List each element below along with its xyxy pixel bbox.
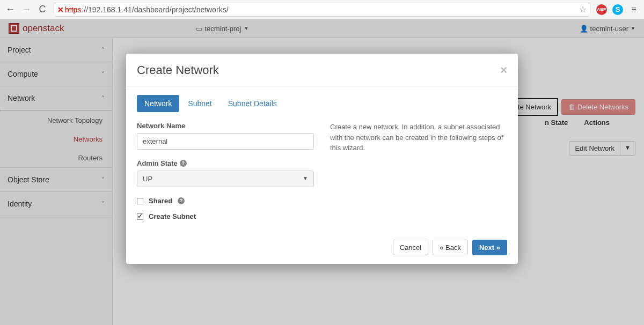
url-bar[interactable]: ✕ https ://192.168.1.41/dashboard/projec… [54,3,590,17]
url-path: ://192.168.1.41/dashboard/project/networ… [82,5,228,14]
create-subnet-checkbox-row[interactable]: Create Subnet [137,212,314,220]
help-icon[interactable]: ? [180,160,187,167]
insecure-icon: ✕ [57,5,64,14]
admin-state-label-text: Admin State [137,159,178,167]
admin-state-value: UP [143,175,152,183]
create-subnet-checkbox[interactable] [137,213,143,220]
cancel-button[interactable]: Cancel [393,240,428,255]
next-button[interactable]: Next » [472,240,507,255]
modal-title: Create Network [137,63,219,77]
admin-state-select[interactable]: UP [137,171,314,187]
network-name-label: Network Name [137,122,314,130]
form-left: Network Name Admin State ? UP Shared ? [137,122,314,228]
modal-body: Network Subnet Subnet Details Network Na… [126,86,518,233]
back-button[interactable]: ← [3,3,17,17]
close-icon[interactable]: × [500,63,507,77]
app-root: openstack tecmint-proj ▼ 👤 tecmint-user … [0,19,644,325]
adblock-icon[interactable]: ABP [596,4,607,15]
tab-subnet[interactable]: Subnet [180,95,219,112]
tab-network[interactable]: Network [137,95,179,112]
shared-checkbox[interactable] [137,198,143,204]
modal-footer: Cancel « Back Next » [126,233,518,264]
modal-tabs: Network Subnet Subnet Details [137,95,507,112]
create-subnet-label: Create Subnet [149,212,196,220]
skype-icon[interactable]: S [612,4,623,15]
network-name-input[interactable] [137,133,314,150]
create-network-modal: Create Network × Network Subnet Subnet D… [126,54,518,264]
browser-toolbar: ← → C ✕ https ://192.168.1.41/dashboard/… [0,0,644,19]
form-row: Network Name Admin State ? UP Shared ? [137,122,507,228]
bookmark-star-icon[interactable]: ☆ [579,4,587,14]
shared-checkbox-row[interactable]: Shared ? [137,197,314,205]
admin-state-label: Admin State ? [137,159,314,167]
url-protocol: https [65,5,81,14]
back-button[interactable]: « Back [433,240,468,255]
tab-subnet-details[interactable]: Subnet Details [221,95,284,112]
form-right: Create a new network. In addition, a sub… [330,122,507,228]
reload-button[interactable]: C [35,3,49,17]
modal-help-text: Create a new network. In addition, a sub… [330,122,507,153]
help-icon[interactable]: ? [178,197,185,204]
shared-label: Shared [149,197,172,205]
modal-header: Create Network × [126,54,518,86]
forward-button[interactable]: → [19,3,33,17]
browser-menu-icon[interactable]: ≡ [627,5,641,14]
